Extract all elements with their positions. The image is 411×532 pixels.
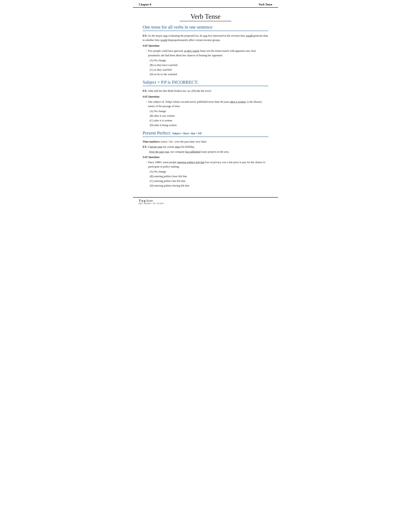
section3-example2: Over the past year, our company has publ… <box>149 150 268 154</box>
section-one-tense: One tense for all verbs in one sentence … <box>143 25 268 77</box>
section3-choice-b: (B) entering politics have felt that <box>150 174 268 179</box>
section3-choices: (A) No change (B) entering politics have… <box>150 170 268 188</box>
header-title-right: Verb Tense <box>259 3 272 6</box>
footer-top: T o p <box>139 199 146 202</box>
time-markers-text: (since / for / over the past time/ now t… <box>161 140 206 143</box>
section2-choice-c: (C) after it is written <box>150 118 268 123</box>
footer-brand: T o p Score <box>139 199 272 202</box>
section2-q1-body: One subject of Felipe Alfau's second nov… <box>148 100 268 108</box>
section-subject-pp: Subject + P.P is INCORRECT: EX: John tol… <box>143 80 268 127</box>
section1-choice-d: (D) as he or she watched <box>150 72 268 77</box>
section2-example: EX: John told me that Mark broken my car… <box>143 89 268 93</box>
section3-choice-c: (C) entering politics has felt that <box>150 179 268 183</box>
section2-q1-text: - One subject of Felipe Alfau's second n… <box>146 100 268 108</box>
section3-ex-label: EX: <box>143 145 147 148</box>
section1-ex-label: EX: <box>143 34 147 37</box>
section3-choice-d: (D) entering politics having felt that <box>150 183 268 188</box>
time-markers-line: Time markers: (since / for / over the pa… <box>143 139 268 144</box>
page-footer: T o p Score GET READY TO STUDY <box>133 197 278 206</box>
section3-dash: - <box>146 160 147 164</box>
section3-heading: Present Perfect: Subject + Have / Has + … <box>143 130 268 136</box>
section2-heading: Subject + P.P is INCORRECT: <box>143 80 268 85</box>
header-chapter: Chapter 8 <box>139 3 151 6</box>
section3-heading-subtitle: Subject + Have / Has + P.P <box>172 132 202 135</box>
section1-ex-text: As the mayor was evaluating the proposed… <box>143 34 268 42</box>
section1-divider <box>143 31 268 31</box>
section1-choice-b: (B) as they have watched <box>150 63 268 67</box>
section3-sat-label: SAT Question: <box>143 156 268 159</box>
section1-choices: (A) No change (B) as they have watched (… <box>150 58 268 77</box>
section3-question1: - Since 1980's, most people entering pol… <box>146 160 268 188</box>
section2-choice-d: (D) after it being written <box>150 123 268 128</box>
section1-q1-body: Few people could have guessed, as they w… <box>148 49 268 57</box>
section-present-perfect: Present Perfect: Subject + Have / Has + … <box>143 130 268 188</box>
section1-question1: - Few people could have guessed, as they… <box>146 49 268 77</box>
section3-ex1-text: I haven't met my cousin since his birthd… <box>148 145 195 148</box>
section1-sat-label: SAT Question: <box>143 44 268 48</box>
section2-question1: - One subject of Felipe Alfau's second n… <box>146 100 268 128</box>
main-content: Verb Tense One tense for all verbs in on… <box>133 8 278 192</box>
page: Chapter 8 Verb Tense Verb Tense One tens… <box>133 0 278 206</box>
section1-choice-c: (C) as they watched <box>150 67 268 72</box>
section3-ex2-text: Over the past year, our company has publ… <box>149 150 229 153</box>
section1-heading: One tense for all verbs in one sentence <box>143 25 268 30</box>
section2-sat-label: SAT Question: <box>143 95 268 98</box>
section1-dash: - <box>146 49 147 53</box>
section2-dash: - <box>146 100 147 104</box>
section1-q1-text: - Few people could have guessed, as they… <box>146 49 268 57</box>
section3-divider <box>143 137 268 137</box>
main-title: Verb Tense <box>143 13 268 20</box>
time-markers-label: Time markers: <box>143 140 160 143</box>
footer-sub: GET READY TO STUDY <box>139 202 272 204</box>
section3-heading-main: Present Perfect: <box>143 130 172 135</box>
title-underline <box>180 21 231 21</box>
page-header: Chapter 8 Verb Tense <box>133 0 278 8</box>
section2-choice-a: (A) No change <box>150 109 268 114</box>
section2-choice-b: (B) after it was written <box>150 114 268 118</box>
section3-example1: EX: I haven't met my cousin since his bi… <box>143 145 268 149</box>
footer-score: Score <box>146 199 153 202</box>
section1-choice-a: (A) No change <box>150 58 268 63</box>
section3-choice-a: (A) No change <box>150 170 268 174</box>
section2-choices: (A) No change (B) after it was written (… <box>150 109 268 128</box>
section2-divider <box>143 86 268 86</box>
section1-example: EX: As the mayor was evaluating the prop… <box>143 34 268 42</box>
section2-ex-text: John told me that Mark broken my car. (D… <box>148 89 211 92</box>
section3-q1-body: Since 1980's, most people entering polit… <box>148 160 268 169</box>
section2-ex-label: EX: <box>143 89 147 92</box>
section3-q1-text: - Since 1980's, most people entering pol… <box>146 160 268 169</box>
title-block: Verb Tense <box>143 13 268 21</box>
